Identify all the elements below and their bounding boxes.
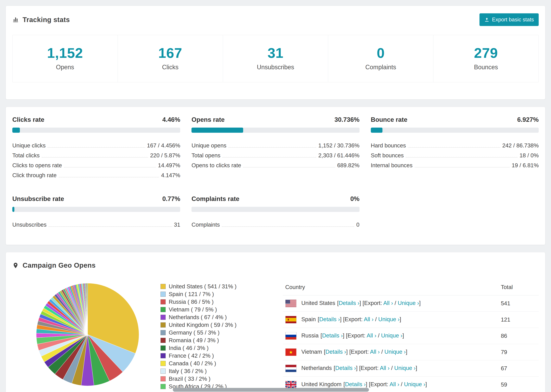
metric-row: Unique clicks167 / 4.456% — [12, 139, 180, 149]
legend-label: Netherlands ( 67 / 4% ) — [169, 314, 227, 321]
flag-icon-nl — [285, 365, 297, 372]
stat-label: Opens — [14, 64, 116, 71]
export-all-link[interactable]: All › — [380, 365, 390, 371]
column-header-total: Total — [498, 281, 539, 295]
export-all-link[interactable]: All › — [367, 332, 376, 339]
metric-row: Internal bounces19 / 6.81% — [371, 159, 539, 169]
legend-swatch — [161, 307, 166, 312]
progress-track — [12, 207, 180, 212]
legend-item-india: India ( 46 / 3% ) — [161, 344, 242, 352]
export-all-link[interactable]: All › — [364, 316, 374, 322]
country-cell: United States [Details ›] [Export: All ›… — [283, 295, 498, 312]
stat-value: 279 — [435, 45, 537, 61]
legend-item-brazil: Brazil ( 33 / 2% ) — [161, 375, 242, 383]
country-total: 121 — [498, 312, 539, 328]
metric-value: 167 / 4.456% — [147, 142, 180, 149]
metric-row: Total opens2,303 / 61.446% — [191, 149, 359, 159]
rate-head: Unsubscribe rate0.77% — [12, 195, 180, 203]
rate-block-opens-rate: Opens rate30.736%Unique opens1,152 / 30.… — [191, 116, 359, 179]
rate-block-unsubscribe-rate: Unsubscribe rate0.77%Unsubscribes31 — [12, 195, 180, 228]
country-cell: Spain [Details ›] [Export: All › / Uniqu… — [283, 312, 498, 328]
export-unique-link[interactable]: Unique › — [404, 381, 425, 387]
metric-label: Complaints — [191, 222, 220, 228]
rate-metrics: Hard bounces242 / 86.738%Soft bounces18 … — [371, 139, 539, 169]
geo-pie-wrap — [35, 281, 141, 388]
flag-icon-gb — [285, 381, 297, 388]
export-unique-link[interactable]: Unique › — [384, 349, 406, 355]
progress-fill — [191, 128, 243, 133]
geo-table-wrap: Country Total United States [Details ›] … — [283, 281, 539, 392]
export-basic-stats-button[interactable]: Export basic stats — [480, 13, 539, 26]
legend-label: Italy ( 36 / 2% ) — [169, 368, 207, 374]
details-link[interactable]: Details › — [322, 332, 343, 339]
flag-icon-vn — [285, 348, 297, 356]
stat-label: Complaints — [330, 64, 431, 71]
stat-bounces: 279Bounces — [433, 35, 538, 82]
export-unique-link[interactable]: Unique › — [398, 300, 419, 306]
metric-label: Clicks to opens rate — [12, 162, 62, 169]
horizontal-scrollbar-thumb[interactable] — [173, 388, 369, 392]
export-all-link[interactable]: All › — [383, 300, 393, 306]
details-link[interactable]: Details › — [345, 381, 366, 387]
legend-item-united-kingdom: United Kingdom ( 59 / 3% ) — [161, 321, 242, 329]
legend-swatch — [161, 361, 166, 366]
legend-swatch — [161, 284, 166, 289]
bar-chart-icon — [12, 16, 19, 23]
metric-row: Soft bounces18 / 0% — [371, 149, 539, 159]
metric-label: Opens to clicks rate — [191, 162, 241, 169]
geo-pie-chart — [35, 281, 141, 388]
legend-swatch — [161, 353, 166, 358]
tracking-stats-card: Tracking stats Export basic stats 1,152O… — [6, 6, 545, 99]
geo-legend: United States ( 541 / 31% )Spain ( 121 /… — [161, 283, 242, 390]
metric-row: Unsubscribes31 — [12, 218, 180, 228]
details-link[interactable]: Details › — [319, 316, 340, 322]
geo-table-header-row: Country Total — [283, 281, 539, 295]
country-name: United States — [301, 300, 335, 306]
metric-value: 18 / 0% — [520, 152, 539, 159]
leader-line — [228, 147, 316, 147]
metric-row: Hard bounces242 / 86.738% — [371, 139, 539, 149]
rate-block-clicks-rate: Clicks rate4.46%Unique clicks167 / 4.456… — [12, 116, 180, 179]
metric-label: Hard bounces — [371, 142, 406, 149]
country-cell: Netherlands [Details ›] [Export: All › /… — [283, 360, 498, 377]
leader-line — [415, 167, 510, 168]
stat-value: 167 — [120, 45, 221, 61]
export-unique-link[interactable]: Unique › — [378, 316, 400, 322]
progress-fill — [12, 128, 20, 133]
rate-metrics: Complaints0 — [191, 218, 359, 228]
geo-table-row: Spain [Details ›] [Export: All › / Uniqu… — [283, 312, 539, 328]
legend-label: Russia ( 86 / 5% ) — [169, 299, 213, 305]
stats-row: 1,152Opens167Clicks31Unsubscribes0Compla… — [12, 35, 539, 82]
rate-percent: 30.736% — [335, 116, 360, 123]
details-link[interactable]: Details › — [335, 365, 356, 371]
flag-icon-ru — [285, 332, 297, 340]
tracking-stats-title: Tracking stats — [12, 16, 70, 24]
export-prefix: Export: — [370, 381, 390, 387]
metric-label: Total clicks — [12, 152, 40, 159]
export-all-link[interactable]: All › — [390, 381, 399, 387]
export-all-link[interactable]: All › — [370, 349, 380, 355]
country-total: 59 — [498, 377, 539, 392]
stat-value: 0 — [330, 45, 431, 61]
rate-title: Unsubscribe rate — [12, 195, 64, 203]
metric-value: 689.82% — [337, 162, 359, 169]
geo-table-row: Russia [Details ›] [Export: All › / Uniq… — [283, 328, 539, 344]
details-link[interactable]: Details › — [339, 300, 359, 306]
leader-line — [64, 167, 156, 168]
legend-label: Romania ( 49 / 3% ) — [169, 337, 219, 343]
details-link[interactable]: Details › — [325, 349, 346, 355]
country-total: 67 — [498, 360, 539, 377]
rates-grid: Clicks rate4.46%Unique clicks167 / 4.456… — [12, 116, 539, 228]
export-unique-link[interactable]: Unique › — [394, 365, 416, 371]
legend-item-italy: Italy ( 36 / 2% ) — [161, 367, 242, 375]
export-unique-link[interactable]: Unique › — [381, 332, 403, 339]
metric-value: 1,152 / 30.736% — [318, 142, 359, 149]
stat-clicks: 167Clicks — [118, 35, 223, 82]
export-prefix: Export: — [347, 332, 367, 339]
metric-label: Soft bounces — [371, 152, 404, 159]
country-total: 86 — [498, 328, 539, 344]
progress-fill — [12, 207, 14, 212]
geo-title: Campaign Geo Opens — [12, 261, 96, 269]
legend-swatch — [161, 330, 166, 335]
metric-value: 2,303 / 61.446% — [318, 152, 359, 159]
